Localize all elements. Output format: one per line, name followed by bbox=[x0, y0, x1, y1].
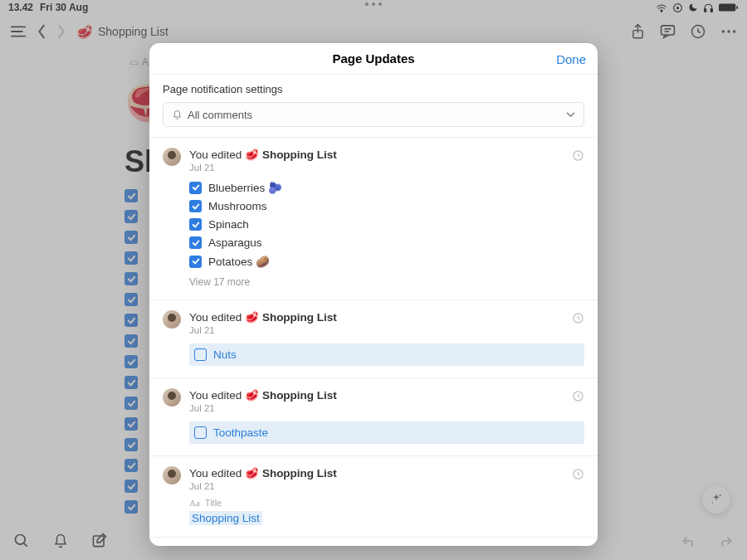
update-title: You edited 🥩 Shopping List bbox=[189, 466, 337, 480]
avatar bbox=[163, 388, 181, 407]
checkbox-empty-icon bbox=[194, 348, 207, 361]
clock-icon bbox=[572, 312, 584, 324]
page-emoji-icon: 🥩 bbox=[245, 467, 259, 480]
page-emoji-icon: 🥩 bbox=[245, 311, 259, 324]
update-block[interactable]: You edited 🥩 Shopping List Jul 21 Bluebe… bbox=[149, 138, 598, 300]
checklist-item: Blueberries 🫐 bbox=[189, 181, 584, 194]
page-updates-modal: Page Updates Done Page notification sett… bbox=[149, 43, 598, 546]
checklist-item: Potatoes 🥔 bbox=[189, 255, 584, 268]
page-emoji-icon: 🥩 bbox=[245, 149, 259, 161]
avatar bbox=[163, 310, 181, 329]
update-date: Jul 21 bbox=[189, 325, 337, 335]
checkbox-checked-icon bbox=[189, 200, 202, 212]
added-title-text: Shopping List bbox=[189, 511, 262, 525]
block-type-label: AaTitle bbox=[189, 498, 584, 508]
checkbox-checked-icon bbox=[189, 256, 202, 268]
update-block[interactable]: You edited 🥩 Shopping List Jul 21 Toothp… bbox=[149, 378, 598, 456]
added-item-row: Nuts bbox=[189, 343, 584, 366]
done-button[interactable]: Done bbox=[556, 43, 586, 75]
chevron-down-icon bbox=[566, 112, 575, 118]
update-title: You edited 🥩 Shopping List bbox=[189, 148, 337, 161]
update-date: Jul 21 bbox=[189, 163, 337, 173]
checklist-item: Asparagus bbox=[189, 236, 584, 249]
update-date: Jul 21 bbox=[189, 403, 337, 413]
checkbox-checked-icon bbox=[189, 218, 202, 231]
clock-icon bbox=[572, 468, 584, 480]
modal-header: Page Updates Done bbox=[149, 43, 598, 75]
notification-settings-label: Page notification settings bbox=[163, 83, 584, 95]
checkbox-checked-icon bbox=[189, 236, 202, 249]
page-emoji-icon: 🥩 bbox=[245, 389, 259, 402]
clock-icon bbox=[572, 390, 584, 402]
view-more-link[interactable]: View 17 more bbox=[189, 276, 584, 288]
update-date: Jul 21 bbox=[189, 481, 337, 491]
checklist-item: Spinach bbox=[189, 218, 584, 231]
avatar bbox=[163, 466, 181, 485]
modal-title: Page Updates bbox=[332, 51, 414, 66]
checkbox-checked-icon bbox=[189, 182, 202, 194]
update-block[interactable]: You edited 🥩 Shopping List Jul 21 Nuts bbox=[149, 300, 598, 378]
checkbox-empty-icon bbox=[194, 426, 207, 439]
dropdown-value: All comments bbox=[188, 109, 252, 121]
bell-icon bbox=[172, 110, 183, 120]
update-block[interactable]: You edited 🥩 Shopping List Jul 21 AaTitl… bbox=[149, 456, 598, 538]
avatar bbox=[163, 148, 181, 166]
notification-dropdown[interactable]: All comments bbox=[163, 102, 584, 127]
added-item-row: Toothpaste bbox=[189, 421, 584, 444]
checklist-item: Mushrooms bbox=[189, 200, 584, 212]
update-title: You edited 🥩 Shopping List bbox=[189, 310, 337, 324]
update-title: You edited 🥩 Shopping List bbox=[189, 388, 337, 402]
clock-icon bbox=[572, 149, 584, 162]
